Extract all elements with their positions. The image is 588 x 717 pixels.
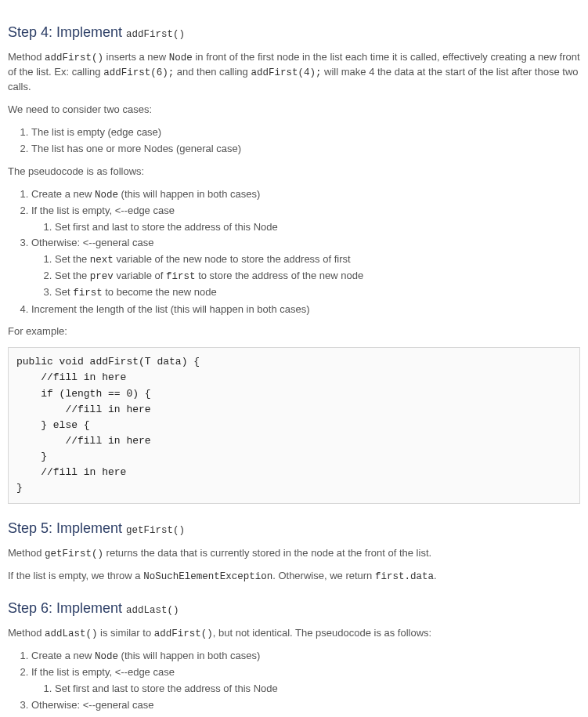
text: Set the (55, 253, 90, 265)
code-text: first (73, 288, 103, 299)
code-text: Node (95, 190, 118, 201)
heading-code: addFirst() (126, 29, 185, 40)
text: and then calling (174, 66, 251, 78)
step4-intro: Method addFirst() inserts a new Node in … (8, 50, 580, 95)
list-item: Increment the length of the list (this w… (31, 302, 580, 317)
code-text: first (166, 271, 196, 282)
text: , but not identical. The pseudocode is a… (213, 627, 431, 639)
text: is similar to (98, 627, 154, 639)
list-item: Otherwise: <--general case Set the next … (31, 236, 580, 300)
step5-p1: Method getFirst() returns the data that … (8, 546, 580, 561)
text: Otherwise: <--general case (31, 237, 153, 248)
list-item: Create a new Node (this will happen in b… (31, 649, 580, 664)
text: If the list is empty, we throw a (8, 570, 143, 581)
heading-code: addLast() (126, 605, 179, 616)
text: Create a new (31, 188, 95, 200)
text: to store the address of the new node (196, 270, 364, 281)
list-item: If the list is empty, <--edge case Set f… (31, 665, 580, 697)
text: variable of (114, 270, 166, 281)
code-text: addFirst() (45, 53, 103, 63)
code-text: getFirst() (45, 549, 103, 559)
list-item: The list has one or more Nodes (general … (31, 142, 580, 157)
code-text: next (90, 255, 114, 266)
text: variable of the new node to store the ad… (114, 253, 351, 265)
list-item: If the list is empty, <--edge case Set f… (31, 204, 580, 235)
text: (this will happen in both cases) (118, 188, 260, 200)
text: to become the new node (103, 286, 217, 298)
code-text: addFirst(6); (103, 67, 174, 78)
sublist: Set first and last to store the address … (31, 220, 580, 235)
step5-p2: If the list is empty, we throw a NoSuchE… (8, 569, 580, 584)
text: If the list is empty, <--edge case (31, 666, 175, 678)
heading-text: Step 5: Implement (8, 520, 126, 536)
step6-pseudo-list: Create a new Node (this will happen in b… (8, 649, 580, 717)
text: Method (8, 51, 45, 63)
step5-heading: Step 5: Implement getFirst() (8, 518, 580, 538)
text: (this will happen in both cases) (118, 650, 260, 661)
step4-example-label: For example: (8, 324, 580, 339)
step6-heading: Step 6: Implement addLast() (8, 598, 580, 618)
list-item: Otherwise: <--general case Create a new … (31, 698, 580, 717)
text: . Otherwise, we return (272, 570, 375, 581)
text: Method (8, 627, 45, 639)
step6-p1: Method addLast() is similar to addFirst(… (8, 626, 580, 641)
code-text: NoSuchElementException (143, 571, 272, 582)
list-item: Create a new Node (this will happen in b… (31, 187, 580, 202)
step4-pseudo-intro: The pseudocode is as follows: (8, 165, 580, 179)
text: returns the data that is currently store… (103, 547, 431, 559)
text: Method (8, 547, 45, 559)
step4-case-list: The list is empty (edge case) The list h… (8, 125, 580, 157)
list-item: Set the next variable of the new node to… (55, 252, 580, 267)
step4-consider: We need to consider two cases: (8, 103, 580, 118)
code-text: prev (90, 271, 114, 282)
list-item: Set first and last to store the address … (55, 220, 580, 235)
code-text: Node (169, 53, 193, 63)
text: Set (55, 286, 73, 298)
text: Create a new (31, 650, 95, 661)
text: Otherwise: <--general case (31, 699, 153, 711)
code-text: addLast() (45, 628, 98, 639)
text: If the list is empty, <--edge case (31, 205, 175, 216)
code-text: addFirst() (154, 628, 213, 639)
code-text: Node (95, 651, 118, 662)
step4-code-block: public void addFirst(T data) { //fill in… (8, 347, 580, 503)
sublist: Set first and last to store the address … (31, 682, 580, 697)
list-item: Set first and last to store the address … (55, 682, 580, 697)
heading-code: getFirst() (126, 525, 185, 536)
heading-text: Step 4: Implement (8, 24, 126, 40)
sublist: Set the next variable of the new node to… (31, 252, 580, 300)
code-text: addFirst(4); (251, 67, 321, 78)
text: Set the (55, 270, 90, 281)
text: . (434, 570, 437, 581)
list-item: The list is empty (edge case) (31, 125, 580, 140)
list-item: Set first to become the new node (55, 285, 580, 300)
step4-heading: Step 4: Implement addFirst() (8, 22, 580, 42)
heading-text: Step 6: Implement (8, 600, 126, 616)
code-text: first.data (375, 571, 434, 582)
list-item: Set the prev variable of first to store … (55, 269, 580, 284)
step4-pseudo-list: Create a new Node (this will happen in b… (8, 187, 580, 317)
text: inserts a new (103, 51, 169, 63)
